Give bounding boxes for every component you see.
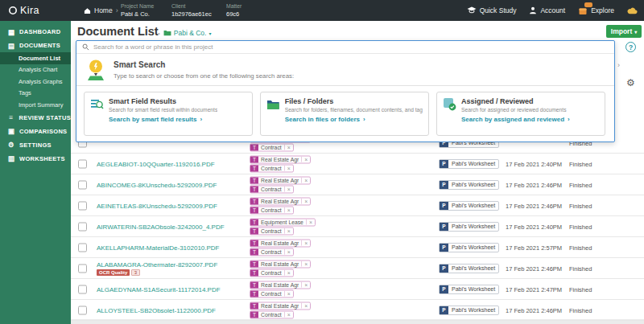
tag-chip: T Contract × <box>250 185 294 193</box>
card-title: Files / Folders <box>285 97 423 105</box>
document-link[interactable]: ALGAEDYNAM-S1ASecurit-11172014.PDF <box>97 285 221 293</box>
remove-tag-icon[interactable]: × <box>284 249 293 255</box>
remove-tag-icon[interactable]: × <box>284 312 293 318</box>
smart-search-title: Smart Search <box>114 60 294 69</box>
logo-text: Kira <box>20 5 39 16</box>
worksheet-badge[interactable]: P Pabi's Worksheet <box>439 180 499 190</box>
search-in-files-link[interactable]: Search in files or folders › <box>285 116 423 123</box>
remove-tag-icon[interactable]: × <box>284 291 293 297</box>
worksheet-badge[interactable]: P Pabi's Worksheet <box>439 201 499 211</box>
remove-tag-icon[interactable]: × <box>301 199 310 204</box>
row-checkbox[interactable] <box>78 306 87 314</box>
worksheet-badge[interactable]: P Pabi's Worksheet <box>439 222 499 232</box>
remove-tag-icon[interactable]: × <box>284 207 293 213</box>
sidebar-item-tags[interactable]: Tags <box>0 88 71 100</box>
card-files-folders[interactable]: Files / Folders Search for folders, file… <box>260 92 429 136</box>
account-menu[interactable]: Account <box>529 6 565 14</box>
review-status-icon: ≡ <box>7 113 15 121</box>
worksheet-badge[interactable]: P Pabi's Worksheet <box>439 306 499 315</box>
remove-tag-icon[interactable]: × <box>301 282 310 288</box>
row-checkbox[interactable] <box>78 222 87 231</box>
document-link[interactable]: ALABAMAGRA-Othermater-8292007.PDF <box>97 261 217 269</box>
worksheet-badge[interactable]: P Pabi's Worksheet <box>439 285 499 294</box>
search-by-assigned-link[interactable]: Search by assigned and reviewed › <box>461 116 570 123</box>
table-settings-gear-icon[interactable]: ⚙ <box>626 77 635 88</box>
explore-menu[interactable]: Explore <box>578 6 614 15</box>
document-link[interactable]: AEINETLEAS-8KUnschedu-5292009.PDF <box>97 202 217 209</box>
tag-icon: T <box>250 281 258 288</box>
remove-tag-icon[interactable]: × <box>306 219 315 225</box>
remove-tag-icon[interactable]: × <box>284 228 293 234</box>
sidebar-item-label: COMPARISONS <box>19 128 67 135</box>
cloud-status[interactable] <box>627 7 638 14</box>
card-assigned-reviewed[interactable]: Assigned / Reviewed Search for assigned … <box>436 92 605 136</box>
settings-gear-icon: ⚙ <box>7 141 15 149</box>
card-description: Search for smart field result within doc… <box>109 107 217 113</box>
sidebar-item-label: DOCUMENTS <box>19 42 60 49</box>
sidebar-item-settings[interactable]: ⚙ SETTINGS <box>0 138 71 152</box>
tag-icon: T <box>250 219 258 225</box>
tag-icon: T <box>250 165 258 171</box>
sidebar-item-review-status[interactable]: ≡ REVIEW STATUS <box>0 111 71 125</box>
row-checkbox[interactable] <box>78 201 87 210</box>
quick-study-menu[interactable]: Quick Study <box>467 6 517 14</box>
kira-logo[interactable]: Kira <box>8 5 39 16</box>
tag-icon: T <box>250 177 258 183</box>
document-link[interactable]: AIRWATERIN-SB2AObsole-3242000_4.PDF <box>97 223 225 230</box>
sidebar-item-import-summary[interactable]: Import Summary <box>0 99 71 111</box>
home-link[interactable]: Home › <box>84 6 118 14</box>
search-by-smart-field-link[interactable]: Search by smart field results › <box>109 116 217 123</box>
sidebar-item-analysis-chart[interactable]: Analysis Chart <box>0 64 71 76</box>
import-date: 17 Feb 2021 2:40PM <box>506 160 562 167</box>
document-link[interactable]: AEGLEABIOT-10QQuarter-1192016.PDF <box>97 160 215 167</box>
row-checkbox[interactable] <box>78 264 87 273</box>
chevron-down-icon: ▾ <box>634 29 637 35</box>
card-smart-field-results[interactable]: Smart Field Results Search for smart fie… <box>84 92 253 136</box>
remove-tag-icon[interactable]: × <box>301 157 310 162</box>
sidebar-item-worksheets[interactable]: ▥ WORKSHEETS <box>0 152 71 166</box>
smart-search-panel: Smart Search Type to search or choose fr… <box>76 40 615 142</box>
remove-tag-icon[interactable]: × <box>301 240 310 246</box>
row-checkbox[interactable] <box>78 243 87 252</box>
sidebar-item-comparisons[interactable]: ▣ COMPARISONS <box>0 125 71 138</box>
worksheet-badge[interactable]: P Pabi's Worksheet <box>439 243 499 252</box>
search-input[interactable] <box>93 43 609 51</box>
smart-field-icon <box>90 97 104 111</box>
remove-tag-icon[interactable]: × <box>301 261 310 267</box>
breadcrumb-project-link[interactable]: Pabi & Co. ▾ <box>163 29 212 37</box>
tag-icon: T <box>250 302 258 309</box>
project-meta: Project Name Pabi & Co. <box>121 3 154 18</box>
sidebar-item-dashboard[interactable]: ▦ DASHBOARD <box>0 25 71 39</box>
row-checkbox[interactable] <box>78 159 87 168</box>
sidebar-item-documents[interactable]: ▤ DOCUMENTS <box>0 39 71 52</box>
card-link-label: Search in files or folders <box>285 116 360 123</box>
document-link[interactable]: AKELLAPHARM-MaterialDe-3102010.PDF <box>97 244 220 251</box>
remove-tag-icon[interactable]: × <box>301 178 310 183</box>
remove-tag-icon[interactable]: × <box>284 187 293 192</box>
home-label: Home <box>94 6 113 14</box>
import-button[interactable]: Import ▾ <box>606 25 642 38</box>
worksheet-label: Pabi's Worksheet <box>448 203 498 208</box>
next-page-icon[interactable]: › <box>617 61 620 69</box>
client-value: 1b2976ae61ec <box>171 10 212 18</box>
tag-icon: T <box>250 207 258 213</box>
tag-chip: T Contract × <box>250 164 294 172</box>
document-link[interactable]: ABINCOMEG-8KUnschedu-5292009.PDF <box>97 181 217 188</box>
help-button[interactable]: ? <box>625 42 636 52</box>
table-row: ABINCOMEG-8KUnschedu-5292009.PDF T Real … <box>71 174 644 195</box>
chevron-down-icon: ▾ <box>208 31 211 36</box>
tag-chip: T Real Estate Agr × <box>250 197 311 205</box>
sidebar-item-analysis-graphs[interactable]: Analysis Graphs <box>0 76 71 88</box>
sidebar-item-document-list[interactable]: Document List <box>0 52 71 64</box>
remove-tag-icon[interactable]: × <box>284 270 293 276</box>
row-checkbox[interactable] <box>78 285 87 293</box>
worksheet-badge[interactable]: P Pabi's Worksheet <box>439 264 499 273</box>
remove-tag-icon[interactable]: × <box>284 145 293 150</box>
row-checkbox[interactable] <box>78 180 87 189</box>
page-title: Document List <box>77 25 159 38</box>
tag-label: Real Estate Agr <box>258 261 301 267</box>
document-link[interactable]: ALLOYSTEEL-SB2Obsolet-1122000.PDF <box>97 306 216 314</box>
worksheet-badge[interactable]: P Pabi's Worksheet <box>439 159 499 169</box>
remove-tag-icon[interactable]: × <box>284 166 293 171</box>
remove-tag-icon[interactable]: × <box>301 303 310 309</box>
